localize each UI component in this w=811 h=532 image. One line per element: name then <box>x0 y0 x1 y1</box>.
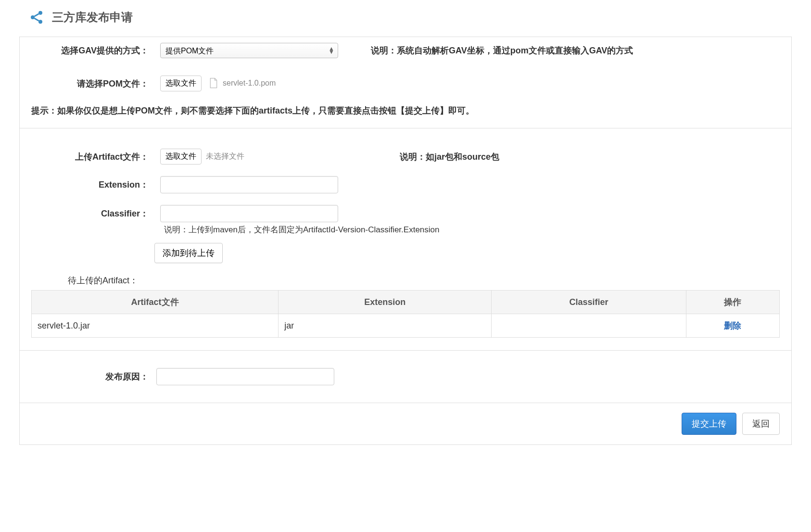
pom-hint: 提示：如果你仅仅是想上传POM文件，则不需要选择下面的artifacts上传，只… <box>20 97 791 128</box>
artifact-file-button[interactable]: 选取文件 <box>160 149 202 165</box>
pom-file-button[interactable]: 选取文件 <box>160 76 202 91</box>
table-row: servlet-1.0.jar jar 删除 <box>32 314 780 338</box>
back-button[interactable]: 返回 <box>742 413 780 435</box>
pom-row: 请选择POM文件： 选取文件 servlet-1.0.pom <box>20 64 791 97</box>
classifier-label: Classifier： <box>31 208 156 219</box>
artifact-row: 上传Artifact文件： 选取文件 未选择文件 说明：如jar包和source… <box>20 143 791 170</box>
table-header-extension: Extension <box>279 291 492 314</box>
table-header-file: Artifact文件 <box>32 291 279 314</box>
page-title: 三方库发布申请 <box>52 10 133 25</box>
gav-label: 选择GAV提供的方式： <box>31 45 156 56</box>
classifier-input[interactable] <box>160 205 338 222</box>
svg-point-1 <box>31 15 35 19</box>
artifact-description: 说明：如jar包和source包 <box>342 151 780 163</box>
table-cell-file: servlet-1.0.jar <box>32 314 279 338</box>
pom-filename: servlet-1.0.pom <box>223 79 276 87</box>
classifier-row: Classifier： <box>20 199 791 222</box>
delete-link[interactable]: 删除 <box>724 321 741 330</box>
add-to-pending-button[interactable]: 添加到待上传 <box>154 243 223 263</box>
file-icon <box>209 77 218 89</box>
extension-label: Extension： <box>31 179 156 190</box>
pending-label: 待上传的Artifact： <box>20 271 791 290</box>
table-header-classifier: Classifier <box>492 291 686 314</box>
table-header-operation: 操作 <box>686 291 779 314</box>
artifact-no-file: 未选择文件 <box>206 152 244 160</box>
pom-label: 请选择POM文件： <box>31 78 156 89</box>
share-icon <box>29 10 44 25</box>
artifact-table: Artifact文件 Extension Classifier 操作 servl… <box>31 290 780 338</box>
artifact-label: 上传Artifact文件： <box>31 151 156 163</box>
extension-row: Extension： <box>20 170 791 199</box>
classifier-hint: 说明：上传到maven后，文件名固定为ArtifactId-Version-Cl… <box>20 222 791 241</box>
reason-label: 发布原因： <box>31 371 156 382</box>
table-cell-extension: jar <box>279 314 492 338</box>
reason-input[interactable] <box>156 368 334 385</box>
svg-point-0 <box>38 11 42 15</box>
page-header: 三方库发布申请 <box>19 10 792 25</box>
gav-description: 说明：系统自动解析GAV坐标，通过pom文件或直接输入GAV的方式 <box>342 45 780 56</box>
submit-row: 提交上传 返回 <box>20 403 791 444</box>
svg-point-2 <box>38 20 42 24</box>
table-cell-classifier <box>492 314 686 338</box>
extension-input[interactable] <box>160 176 338 193</box>
gav-row: 选择GAV提供的方式： 提供POM文件 ▲▼ 说明：系统自动解析GAV坐标，通过… <box>20 37 791 64</box>
reason-row: 发布原因： <box>20 351 791 403</box>
form-container: 选择GAV提供的方式： 提供POM文件 ▲▼ 说明：系统自动解析GAV坐标，通过… <box>19 37 792 445</box>
submit-button[interactable]: 提交上传 <box>682 413 736 435</box>
gav-select[interactable]: 提供POM文件 <box>160 43 338 58</box>
